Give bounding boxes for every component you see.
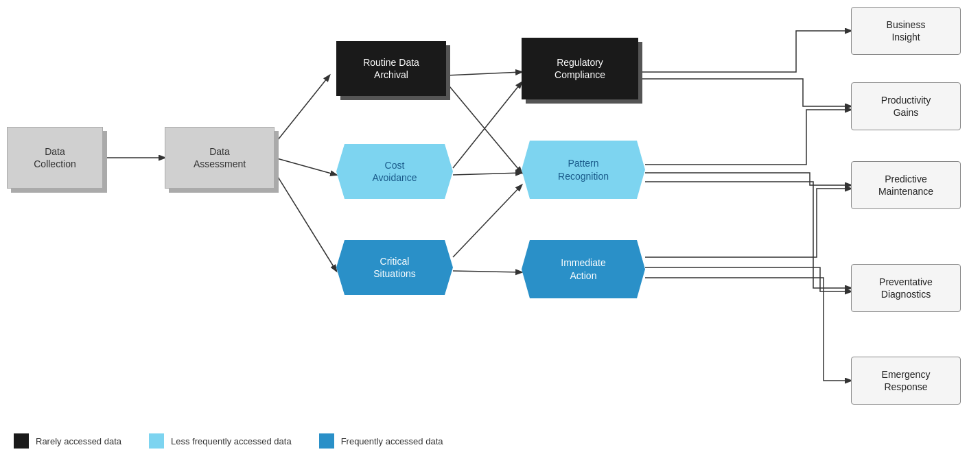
- legend-item-darkblue: Frequently accessed data: [319, 433, 443, 449]
- data-assessment-node: Data Assessment: [165, 127, 275, 189]
- immediate-action-node: Immediate Action: [522, 240, 645, 298]
- regulatory-compliance-node: Regulatory Compliance: [522, 38, 638, 99]
- legend: Rarely accessed data Less frequently acc…: [0, 433, 980, 449]
- pattern-recognition-node: Pattern Recognition: [522, 141, 645, 199]
- productivity-gains-node: Productivity Gains: [851, 82, 961, 130]
- legend-label-darkblue: Frequently accessed data: [341, 436, 443, 446]
- legend-swatch-lightblue: [149, 433, 164, 449]
- legend-item-black: Rarely accessed data: [14, 433, 121, 449]
- svg-line-9: [453, 271, 522, 272]
- business-insight-node: Business Insight: [851, 7, 961, 55]
- legend-label-lightblue: Less frequently accessed data: [171, 436, 292, 446]
- cost-avoidance-node: Cost Avoidance: [336, 144, 453, 199]
- svg-line-2: [275, 158, 336, 175]
- legend-item-lightblue: Less frequently accessed data: [149, 433, 292, 449]
- critical-situations-node: Critical Situations: [336, 240, 453, 295]
- svg-line-3: [275, 171, 336, 271]
- legend-label-black: Rarely accessed data: [36, 436, 121, 446]
- diagram: Data Collection Data Assessment Routine …: [0, 0, 980, 425]
- svg-line-1: [275, 75, 329, 144]
- predictive-maintenance-node: Predictive Maintenance: [851, 161, 961, 209]
- preventative-diagnostics-node: Preventative Diagnostics: [851, 264, 961, 312]
- svg-line-7: [453, 173, 522, 175]
- svg-line-6: [453, 82, 522, 168]
- routine-data-archival-node: Routine Data Archival: [336, 41, 446, 96]
- svg-line-8: [453, 185, 522, 257]
- emergency-response-node: Emergency Response: [851, 357, 961, 405]
- data-collection-node: Data Collection: [7, 127, 103, 189]
- legend-swatch-darkblue: [319, 433, 334, 449]
- svg-line-4: [446, 72, 522, 75]
- svg-line-5: [446, 82, 522, 173]
- legend-swatch-black: [14, 433, 29, 449]
